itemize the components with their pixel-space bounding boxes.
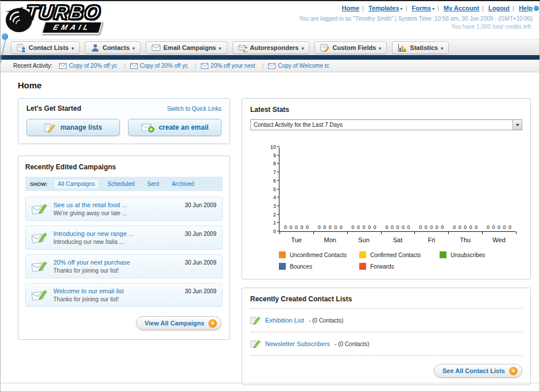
dotted-divider bbox=[250, 355, 522, 356]
chart-value-label: 0 bbox=[407, 224, 410, 230]
chart-legend: Unconfirmed ContactsConfirmed ContactsUn… bbox=[279, 251, 522, 270]
tab-contact-lists[interactable]: Contact Lists bbox=[11, 41, 80, 54]
recent-activity-item[interactable]: Copy of Welcome tc bbox=[268, 63, 329, 69]
campaign-list-item[interactable]: Introducing our new range ... Introducin… bbox=[25, 226, 223, 250]
tab-email-campaigns[interactable]: Email Campaigns bbox=[146, 41, 227, 54]
campaign-filter-link[interactable]: Sent bbox=[144, 180, 163, 188]
top-nav-link[interactable]: My Account bbox=[444, 5, 479, 11]
recent-activity-link[interactable]: Copy of 20% off yc bbox=[140, 63, 188, 69]
top-nav-item: Home bbox=[342, 5, 367, 11]
campaign-title-link[interactable]: Introducing our new range ... bbox=[53, 230, 134, 237]
recent-activity-link[interactable]: Copy of Welcome tc bbox=[278, 63, 329, 69]
campaign-filter-link[interactable]: Archived bbox=[168, 180, 197, 188]
switch-quick-links-link[interactable]: Switch to Quick Links bbox=[167, 106, 222, 112]
campaign-list-item[interactable]: See us at the retail food ... We're givi… bbox=[25, 197, 223, 221]
campaigns-panel: Recently Edited Campaigns SHOW: All Camp… bbox=[18, 156, 230, 340]
legend-color-swatch bbox=[440, 251, 446, 258]
campaign-title-link[interactable]: 20% off your next purchase bbox=[53, 259, 130, 266]
left-column: Let's Get Started Switch to Quick Links … bbox=[18, 98, 230, 340]
campaign-filter-link[interactable]: Scheduled bbox=[104, 180, 138, 188]
x-axis-tick-mark bbox=[347, 231, 348, 234]
orange-arrow-icon bbox=[208, 319, 217, 328]
legend-item: Confirmed Contacts bbox=[359, 251, 440, 258]
campaign-envelope-pencil-icon bbox=[32, 288, 48, 302]
chart-value-label: 0 bbox=[306, 224, 309, 230]
see-all-contact-lists-button[interactable]: See All Contact Lists bbox=[434, 364, 522, 378]
chart-category-group: 00000Wed bbox=[482, 148, 516, 231]
contact-lists-panel: Recently Created Contact Lists Exhibitio… bbox=[242, 288, 531, 385]
campaign-date: 30 Jun 2009 bbox=[185, 287, 216, 294]
chart-value-label: 0 bbox=[289, 224, 292, 230]
campaign-title-link[interactable]: See us at the retail food ... bbox=[53, 201, 127, 208]
credits-info: You have 1,000 total credits left. bbox=[299, 24, 533, 30]
dotted-divider bbox=[250, 332, 522, 332]
chart-value-label: 0 bbox=[329, 224, 332, 230]
recent-activity-link[interactable]: Copy of 20% off yc bbox=[69, 63, 117, 69]
chart-value-labels: 00000 bbox=[279, 224, 313, 230]
campaign-list-item[interactable]: 20% off your next purchase Thanks for jo… bbox=[25, 254, 223, 278]
chevron-down-icon bbox=[379, 44, 381, 51]
x-axis-category-label: Sun bbox=[347, 236, 381, 243]
y-axis-tick-label: 1 bbox=[266, 220, 276, 226]
legend-item: Forwards bbox=[359, 263, 440, 270]
latest-stats-title: Latest Stats bbox=[250, 106, 522, 114]
y-axis-tick-label: 9 bbox=[266, 153, 276, 158]
chart-value-label: 0 bbox=[374, 224, 376, 230]
navy-divider-bar bbox=[1, 55, 539, 60]
x-axis-tick-mark bbox=[448, 231, 449, 234]
tab-label: Autoresponders bbox=[250, 44, 299, 51]
chevron-down-icon bbox=[431, 5, 434, 11]
chart-value-label: 0 bbox=[385, 224, 388, 230]
top-nav-link[interactable]: Logout bbox=[488, 5, 510, 11]
top-nav-link[interactable]: Home bbox=[342, 5, 360, 11]
chevron-down-icon bbox=[399, 5, 403, 11]
chart-category-group: 00000Sat bbox=[381, 148, 415, 231]
tab-autoresponders[interactable]: Autoresponders bbox=[232, 41, 310, 54]
campaign-list-item[interactable]: Welcome to our email list Thanks for joi… bbox=[25, 283, 223, 307]
tab-contacts[interactable]: Contacts bbox=[85, 41, 141, 54]
chart-value-label: 0 bbox=[459, 224, 461, 230]
top-nav-link[interactable]: Help bbox=[519, 5, 533, 11]
recent-activity-label: Recent Activity: bbox=[13, 63, 52, 69]
legend-color-swatch bbox=[359, 263, 366, 270]
stats-period-dropdown[interactable]: Contact Activity for the Last 7 Days bbox=[250, 119, 522, 130]
logo-swirl-icon bbox=[4, 3, 34, 34]
chart-value-label: 0 bbox=[487, 224, 490, 230]
legend-item: Bounces bbox=[279, 263, 359, 270]
manage-lists-button[interactable]: manage lists bbox=[26, 119, 120, 136]
y-axis-tick-label: 7 bbox=[266, 169, 276, 175]
legend-item: Unsubscribes bbox=[440, 251, 520, 258]
tab-statistics[interactable]: Statistics bbox=[392, 41, 449, 54]
view-all-campaigns-label: View All Campaigns bbox=[145, 320, 204, 327]
contact-list-item[interactable]: Newsletter Subscribers - (0 Contacts) bbox=[250, 337, 522, 350]
chart-category-group: 00000Mon bbox=[313, 148, 347, 231]
campaign-date: 30 Jun 2009 bbox=[185, 230, 216, 237]
recent-activity-link[interactable]: 20% off your next bbox=[211, 63, 255, 69]
top-nav-link[interactable]: Forms bbox=[412, 5, 432, 11]
y-axis-tick-mark bbox=[277, 146, 279, 147]
recent-activity-item[interactable]: Copy of 20% off yc bbox=[59, 63, 130, 69]
y-axis-tick-label: 0 bbox=[266, 228, 276, 234]
see-all-contact-lists-label: See All Contact Lists bbox=[442, 367, 505, 374]
view-all-campaigns-button[interactable]: View All Campaigns bbox=[136, 316, 222, 330]
chevron-down-icon bbox=[441, 44, 443, 51]
chart-value-label: 0 bbox=[340, 224, 343, 230]
email-campaigns-icon bbox=[151, 43, 161, 52]
get-started-panel: Let's Get Started Switch to Quick Links … bbox=[18, 98, 230, 144]
chart-category-group: 00000Thu bbox=[448, 148, 482, 231]
create-email-button[interactable]: create an email bbox=[128, 119, 222, 136]
tab-custom-fields[interactable]: Custom Fields bbox=[314, 41, 387, 54]
campaign-text: Introducing our new range ... Introducin… bbox=[53, 230, 134, 245]
recent-activity-item[interactable]: 20% off your next bbox=[201, 63, 268, 69]
chart-value-label: 0 bbox=[300, 224, 303, 230]
contact-list-link[interactable]: Newsletter Subscribers bbox=[265, 340, 330, 347]
campaign-title-link[interactable]: Welcome to our email list bbox=[53, 288, 124, 294]
turbo-email-app: TURBO EMAIL Home Templates Forms My Acco… bbox=[1, 1, 539, 385]
recent-activity-item[interactable]: Copy of 20% off yc bbox=[130, 63, 201, 69]
top-nav-link[interactable]: Templates bbox=[368, 5, 399, 11]
contact-list-link[interactable]: Exhibition List bbox=[265, 317, 304, 324]
contact-list-item[interactable]: Exhibition List - (0 Contacts) bbox=[250, 314, 522, 327]
campaign-envelope-pencil-icon bbox=[32, 202, 48, 216]
campaign-filter-link[interactable]: All Campaigns bbox=[55, 180, 98, 188]
show-label: SHOW: bbox=[30, 181, 48, 187]
